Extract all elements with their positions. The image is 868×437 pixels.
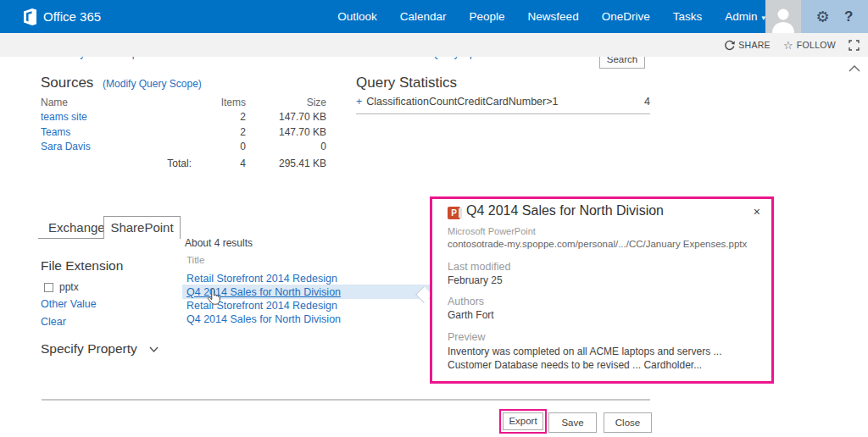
tab-sharepoint[interactable]: SharePoint bbox=[103, 216, 181, 239]
help-icon[interactable]: ? bbox=[844, 8, 853, 25]
file-extension-heading: File Extension bbox=[41, 258, 123, 274]
nav-calendar[interactable]: Calendar bbox=[400, 10, 447, 23]
sources-heading: Sources (Modify Query Scope) bbox=[41, 75, 202, 91]
table-row: teams site 2 147.70 KB bbox=[41, 110, 326, 125]
ribbon-actions: SHARE ☆ FOLLOW bbox=[724, 33, 860, 57]
query-statistic-label: ClassificationCountCreditCardNumber>1 bbox=[366, 96, 558, 108]
query-statistics-heading: Query Statistics bbox=[356, 75, 457, 91]
source-link[interactable]: teams site bbox=[41, 111, 195, 123]
pptx-checkbox[interactable] bbox=[44, 283, 53, 292]
nav-onedrive[interactable]: OneDrive bbox=[602, 10, 650, 23]
table-row: Sara Davis 0 0 bbox=[41, 140, 326, 155]
sources-header-row: Name Items Size bbox=[41, 95, 326, 110]
query-statistics-row: + ClassificationCountCreditCardNumber>1 … bbox=[356, 96, 650, 114]
result-link[interactable]: Retail Storefront 2014 Redesign bbox=[186, 273, 337, 285]
follow-star-icon: ☆ bbox=[783, 39, 793, 52]
nav-people[interactable]: People bbox=[470, 10, 505, 23]
results-count: About 4 results bbox=[185, 237, 253, 249]
follow-button[interactable]: ☆ FOLLOW bbox=[783, 39, 836, 52]
settings-gear-icon[interactable]: ⚙ bbox=[815, 9, 829, 25]
person-icon bbox=[769, 4, 798, 33]
share-icon bbox=[724, 40, 735, 51]
popup-title: Q4 2014 Sales for North Division bbox=[466, 203, 664, 218]
export-button[interactable]: Export bbox=[503, 412, 543, 430]
expand-plus-icon[interactable]: + bbox=[356, 96, 362, 108]
popup-document-url: contosotrade-my.spoppe.com/personal/.../… bbox=[448, 239, 747, 249]
collapse-chevron-icon[interactable] bbox=[849, 60, 860, 75]
cursor-hand-icon bbox=[207, 288, 220, 308]
results-column-title: Title bbox=[186, 255, 204, 265]
suite-nav: Outlook Calendar People Newsfeed OneDriv… bbox=[337, 0, 765, 33]
last-modified-label: Last modified bbox=[448, 261, 510, 273]
col-size: Size bbox=[246, 97, 326, 108]
suite-bar: Office 365 Outlook Calendar People Newsf… bbox=[0, 0, 868, 33]
source-link[interactable]: Teams bbox=[41, 126, 195, 138]
pptx-label: pptx bbox=[59, 281, 79, 293]
user-avatar[interactable] bbox=[765, 0, 801, 33]
source-link[interactable]: Sara Davis bbox=[41, 141, 195, 152]
office365-logo[interactable]: Office 365 bbox=[23, 0, 101, 33]
suite-bar-right: ⚙ ? bbox=[801, 0, 868, 33]
brand-text: Office 365 bbox=[43, 9, 101, 24]
footer-divider bbox=[42, 399, 650, 401]
ribbon-bar: SHARE ☆ FOLLOW bbox=[0, 33, 868, 57]
save-button[interactable]: Save bbox=[548, 412, 597, 433]
nav-admin[interactable]: Admin ▾ bbox=[725, 10, 765, 23]
total-row: Total: 4 295.41 KB bbox=[41, 156, 326, 171]
popup-app-name: Microsoft PowerPoint bbox=[448, 226, 536, 236]
close-button[interactable]: Close bbox=[604, 412, 652, 433]
authors-value: Garth Fort bbox=[448, 309, 494, 321]
col-items: Items bbox=[195, 97, 246, 108]
preview-text: Inventory was completed on all ACME lapt… bbox=[448, 345, 749, 372]
modify-query-scope-link[interactable]: (Modify Query Scope) bbox=[103, 78, 202, 90]
pptx-filter[interactable]: pptx bbox=[44, 281, 79, 293]
powerpoint-icon: P bbox=[448, 207, 460, 219]
query-statistic-value: 4 bbox=[644, 96, 650, 108]
result-link[interactable]: Q4 2014 Sales for North Division bbox=[186, 313, 341, 325]
focus-mode-icon bbox=[849, 40, 860, 51]
sources-table: Name Items Size teams site 2 147.70 KB T… bbox=[41, 95, 326, 171]
share-button[interactable]: SHARE bbox=[724, 40, 771, 51]
nav-newsfeed[interactable]: Newsfeed bbox=[528, 10, 579, 23]
office-logo-icon bbox=[23, 8, 37, 25]
clear-link[interactable]: Clear bbox=[41, 316, 66, 328]
specify-property-toggle[interactable]: Specify Property bbox=[41, 341, 159, 357]
authors-label: Authors bbox=[448, 296, 484, 307]
document-preview-popup: P Q4 2014 Sales for North Division × Mic… bbox=[430, 196, 774, 384]
export-annotation-box: Export bbox=[499, 409, 547, 434]
table-row: Teams 2 147.70 KB bbox=[41, 124, 326, 140]
col-name: Name bbox=[41, 97, 195, 108]
other-value-link[interactable]: Other Value bbox=[41, 298, 97, 310]
nav-tasks[interactable]: Tasks bbox=[673, 10, 703, 23]
close-icon[interactable]: × bbox=[754, 205, 760, 218]
ediscovery-search-page: Office 365 Outlook Calendar People Newsf… bbox=[0, 0, 868, 437]
preview-label: Preview bbox=[448, 331, 485, 343]
chevron-down-icon bbox=[149, 346, 159, 352]
tab-divider bbox=[38, 238, 103, 239]
tab-exchange[interactable]: Exchange bbox=[48, 220, 105, 235]
last-modified-value: February 25 bbox=[448, 274, 503, 286]
focus-mode-button[interactable] bbox=[849, 40, 860, 51]
nav-outlook[interactable]: Outlook bbox=[337, 10, 377, 23]
